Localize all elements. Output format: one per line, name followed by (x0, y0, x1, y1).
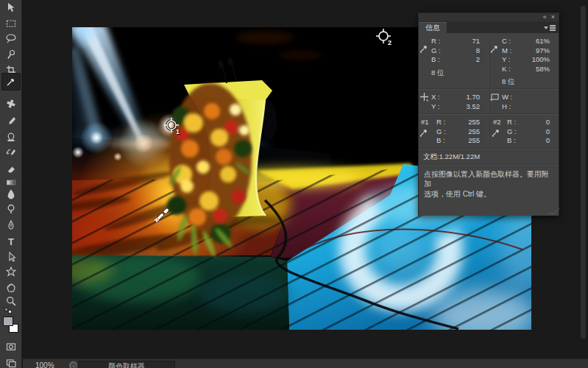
k-value: 58% (536, 65, 554, 74)
cmyk-bit-depth[interactable]: 8 位 (502, 77, 554, 86)
g-value: 8 (476, 46, 484, 56)
y-value: 100% (532, 55, 554, 65)
info-panel-body: R :71 G :8 B :2 8 位 C :61% M :97% Y :100… (419, 33, 559, 216)
rgb-bit-depth[interactable]: 8 位 (431, 68, 484, 77)
pen-tool-icon[interactable] (4, 218, 18, 233)
panel-titlebar: « × (419, 13, 559, 21)
eyedropper-tool-icon[interactable] (1, 73, 21, 91)
move-tool-icon[interactable] (4, 1, 18, 15)
marquee-tool-icon[interactable] (4, 16, 18, 31)
rgb-readout: R :71 G :8 B :2 8 位 (419, 33, 489, 88)
spot-healing-tool-icon[interactable] (4, 96, 18, 111)
panel-resize-grip[interactable] (548, 208, 560, 214)
w-value (550, 93, 554, 102)
type-tool-icon[interactable]: T (4, 234, 18, 249)
document-size-readout: 文档:1.22M/1.22M (419, 149, 559, 165)
blur-tool-icon[interactable] (4, 186, 18, 201)
brush-tool-icon[interactable] (4, 113, 18, 128)
eraser-tool-icon[interactable] (4, 161, 18, 176)
status-circle-icon[interactable] (69, 361, 77, 368)
position-section: X :1.70 Y :3.52 W : H : (419, 89, 559, 114)
path-select-tool-icon[interactable] (4, 250, 18, 264)
crosshair-icon (419, 92, 429, 102)
close-panel-icon[interactable]: × (551, 14, 555, 21)
info-panel: « × 信息 R :71 G :8 B :2 8 位 C :61% M : (418, 13, 559, 216)
tool-palette: T (0, 0, 22, 368)
y-value: 3.52 (467, 102, 485, 112)
foreground-color-swatch[interactable] (3, 316, 13, 326)
sampler-1-id: #1 (421, 118, 429, 126)
screen-mode-icon[interactable] (4, 355, 18, 368)
x-value: 1.70 (467, 93, 485, 102)
panel-tab-bar: 信息 (419, 21, 559, 33)
dodge-tool-icon[interactable] (4, 202, 18, 216)
eyedropper-icon (419, 127, 429, 137)
r-value: 71 (472, 37, 484, 46)
selection-size-readout: W : H : (489, 89, 559, 113)
custom-shape-tool-icon[interactable] (4, 264, 18, 279)
cursor-position-readout: X :1.70 Y :3.52 (419, 89, 489, 113)
c-value: 61% (536, 37, 554, 46)
panel-dock-strip[interactable] (581, 6, 586, 339)
history-brush-tool-icon[interactable] (4, 146, 18, 160)
sampler-2-id: #2 (493, 118, 501, 126)
panel-menu-icon[interactable] (544, 24, 556, 31)
transform-rect-icon (490, 92, 500, 102)
eyedropper-icon (492, 127, 501, 137)
sampler-label-2[interactable]: 2 (388, 39, 392, 46)
collapse-panel-icon[interactable]: « (543, 14, 547, 21)
zoom-tool-icon[interactable] (4, 294, 18, 308)
photoshop-window: T (0, 0, 588, 368)
cmyk-readout: C :61% M :97% Y :100% K :58% 8 位 (489, 33, 559, 88)
zoom-level-field[interactable]: 100% (35, 361, 54, 368)
lasso-tool-icon[interactable] (4, 31, 18, 46)
sampler-1-readout: #1 R :255 G :255 B :255 (419, 114, 489, 148)
tab-info[interactable]: 信息 (419, 22, 447, 33)
eyedropper-icon (490, 43, 500, 53)
hand-tool-icon[interactable] (4, 280, 18, 295)
quick-mask-icon[interactable] (4, 339, 18, 354)
status-bar: 100% 颜色取样器 (23, 358, 588, 368)
type-glyph: T (8, 237, 14, 247)
clone-stamp-tool-icon[interactable] (4, 130, 18, 144)
eyedropper-icon (419, 43, 429, 53)
status-tool-dropdown[interactable]: 颜色取样器 (78, 361, 175, 368)
sampler-label-1[interactable]: 1 (176, 128, 180, 135)
quick-selection-tool-icon[interactable] (4, 47, 18, 62)
b-value: 2 (476, 55, 484, 65)
m-value: 97% (536, 46, 554, 56)
h-value (550, 102, 554, 112)
sampler-2-readout: #2 R :0 G :0 B :0 (489, 114, 559, 148)
samplers-section: #1 R :255 G :255 B :255 #2 R :0 G :0 B :… (419, 114, 559, 149)
swap-colors-icon[interactable] (8, 310, 12, 314)
tool-hint-text: 点按图像以置入新颜色取样器。要用附加 选项，使用 Ctrl 键。 (419, 165, 559, 204)
color-readout-section: R :71 G :8 B :2 8 位 C :61% M :97% Y :100… (419, 33, 559, 89)
